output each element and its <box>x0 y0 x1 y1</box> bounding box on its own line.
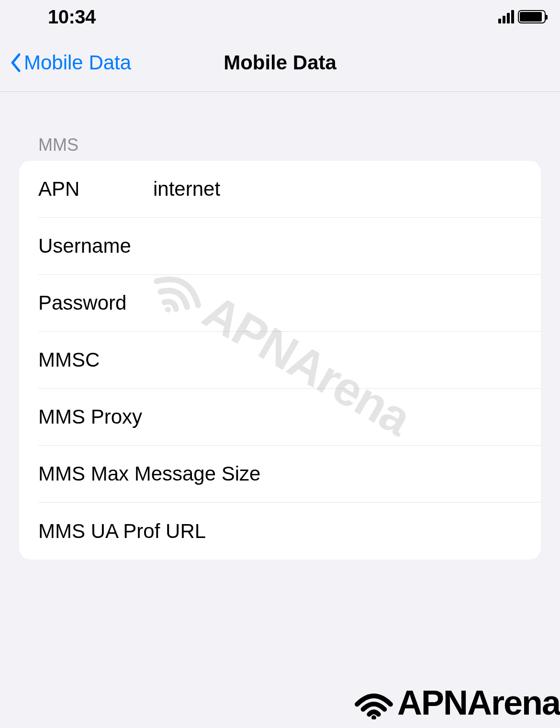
navigation-bar: Mobile Data Mobile Data <box>0 34 560 92</box>
svg-point-1 <box>371 716 376 719</box>
status-time: 10:34 <box>48 6 96 28</box>
password-label: Password <box>38 291 153 314</box>
mms-proxy-label: MMS Proxy <box>38 405 153 428</box>
wifi-icon <box>352 686 395 719</box>
chevron-left-icon <box>10 53 21 73</box>
mmsc-label: MMSC <box>38 348 153 371</box>
mms-ua-row[interactable]: MMS UA Prof URL <box>19 503 541 560</box>
back-button[interactable]: Mobile Data <box>0 51 131 74</box>
mms-max-label: MMS Max Message Size <box>38 462 260 485</box>
footer-brand-text: APNArena <box>397 683 560 722</box>
section-header-mms: MMS <box>0 92 560 161</box>
username-label: Username <box>38 235 153 258</box>
mmsc-row[interactable]: MMSC <box>38 332 541 389</box>
username-row[interactable]: Username <box>38 218 541 275</box>
apn-value[interactable]: internet <box>153 178 220 201</box>
status-bar: 10:34 <box>0 0 560 34</box>
apn-row[interactable]: APN internet <box>38 161 541 218</box>
page-title: Mobile Data <box>224 51 336 74</box>
mms-proxy-row[interactable]: MMS Proxy <box>38 389 541 446</box>
password-row[interactable]: Password <box>38 275 541 332</box>
mms-settings-group: APN internet Username Password MMSC MMS … <box>19 161 541 560</box>
cellular-signal-icon <box>498 10 514 23</box>
mms-max-row[interactable]: MMS Max Message Size <box>38 446 541 503</box>
battery-icon <box>518 10 546 23</box>
apn-label: APN <box>38 178 153 201</box>
back-label: Mobile Data <box>24 51 131 74</box>
footer-brand: APNArena <box>352 683 560 722</box>
mms-ua-label: MMS UA Prof URL <box>38 520 206 543</box>
status-icons <box>498 10 546 23</box>
